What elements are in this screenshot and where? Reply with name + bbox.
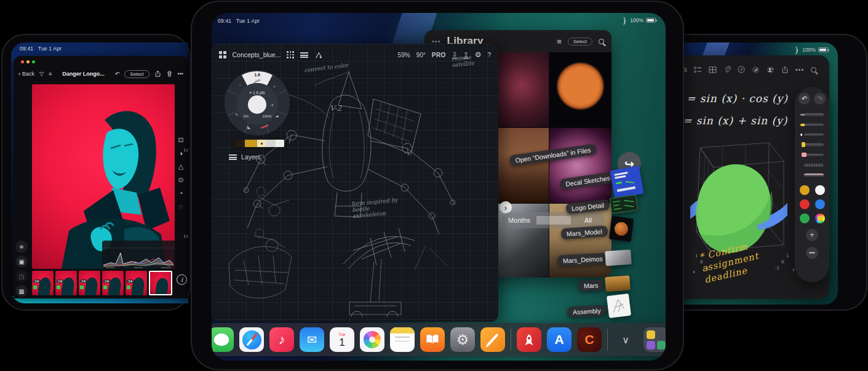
white-swatch[interactable]: [815, 185, 825, 195]
white-balance-tool-icon[interactable]: ⊙: [178, 176, 183, 184]
filmstrip-thumbnail-selected[interactable]: [149, 271, 172, 295]
blue-swatch[interactable]: [815, 199, 825, 209]
messages-app-icon[interactable]: [212, 327, 234, 352]
select-button[interactable]: Select: [124, 70, 149, 78]
library-zoom-segment[interactable]: Months All: [502, 212, 605, 228]
share-icon[interactable]: [154, 70, 161, 78]
rocket-app-icon[interactable]: [517, 327, 541, 352]
table-icon[interactable]: [709, 66, 717, 73]
undo-button[interactable]: ↶: [798, 93, 810, 105]
color-tool-icon[interactable]: ◑: [179, 150, 183, 157]
photo-cell-mars-planet[interactable]: [549, 52, 611, 127]
undo-icon[interactable]: ↶: [115, 71, 120, 77]
repair-tool-icon[interactable]: ◌: [179, 202, 183, 210]
sort-icon[interactable]: ≡: [49, 71, 52, 77]
writing-app-icon[interactable]: [480, 327, 505, 352]
mail-app-icon[interactable]: ✉: [300, 327, 324, 352]
calendar-app-icon[interactable]: Tue 1: [330, 327, 354, 352]
selection-pen-icon[interactable]: [314, 51, 322, 59]
drag-label-mars[interactable]: Mars: [578, 279, 604, 291]
mars-deimos-thumbnail[interactable]: [605, 250, 632, 266]
filmstrip-thumbnail[interactable]: 3★: [102, 271, 124, 295]
palette-more-button[interactable]: •••: [806, 247, 818, 259]
layers-button[interactable]: Layers: [229, 153, 261, 161]
dock-chevron-button[interactable]: ∨: [613, 327, 638, 352]
window-controls[interactable]: [21, 60, 35, 63]
monoline-pen-tool[interactable]: [800, 132, 824, 138]
mars-landscape-thumbnail[interactable]: [605, 276, 631, 292]
swatch-cream[interactable]: [257, 140, 266, 147]
filmstrip-thumbnail[interactable]: 3★: [32, 271, 54, 295]
gallery-icon[interactable]: [219, 51, 226, 58]
close-window-dot[interactable]: [21, 60, 24, 63]
filters-tool-icon[interactable]: ◔: [179, 189, 183, 197]
collaborate-icon[interactable]: [766, 66, 774, 74]
segment-all[interactable]: All: [571, 217, 605, 224]
assembly-sketch-thumbnail[interactable]: [607, 293, 631, 318]
eraser-tool[interactable]: [800, 152, 824, 158]
search-icon[interactable]: [811, 67, 816, 73]
minimize-window-dot[interactable]: [26, 60, 30, 63]
add-tool-button[interactable]: +: [806, 229, 818, 241]
back-button[interactable]: ‹ Back: [18, 71, 34, 77]
swatch-gray[interactable]: [266, 140, 276, 147]
pen-tool[interactable]: [800, 111, 824, 118]
gold-swatch[interactable]: [800, 185, 810, 195]
export-icon[interactable]: ⇧: [463, 52, 468, 58]
marker-tool[interactable]: [800, 122, 824, 128]
redo-button[interactable]: ↷: [814, 93, 826, 105]
safari-app-icon[interactable]: [239, 327, 264, 352]
batch-edit-button[interactable]: ◳: [15, 270, 28, 282]
color-picker-swatch[interactable]: [815, 213, 825, 223]
filmstrip-thumbnail[interactable]: 3★: [79, 271, 100, 295]
trash-icon[interactable]: [166, 70, 173, 78]
library-select-button[interactable]: Select: [568, 38, 592, 46]
export-preset-button[interactable]: ▣: [15, 255, 28, 268]
mars-model-thumbnail[interactable]: [609, 216, 634, 242]
rotation-angle[interactable]: 90°: [416, 52, 426, 58]
filmstrip-thumbnail[interactable]: 3★: [55, 271, 77, 295]
red-swatch[interactable]: [800, 199, 810, 209]
brush-tool-icon[interactable]: △: [178, 162, 183, 170]
zoom-level[interactable]: 59%: [398, 52, 410, 58]
segment-months[interactable]: Months: [502, 217, 536, 224]
highlighter-tool[interactable]: [800, 142, 824, 148]
app-store-icon[interactable]: A: [547, 327, 571, 352]
scroll-chevron-button[interactable]: ›: [500, 201, 512, 213]
music-app-icon[interactable]: ♪: [269, 327, 294, 352]
import-icon[interactable]: ⇩: [452, 52, 457, 58]
recent-colors-bar[interactable]: [235, 140, 284, 147]
attachment-icon[interactable]: [723, 66, 731, 73]
crop-tool-icon[interactable]: ⊡: [178, 136, 183, 144]
more-icon[interactable]: •••: [178, 71, 183, 77]
green-swatch[interactable]: [800, 213, 810, 223]
library-search-icon[interactable]: [599, 39, 604, 44]
share-icon[interactable]: [781, 66, 789, 74]
filmstrip-thumbnail[interactable]: 3★: [125, 271, 147, 295]
more-icon[interactable]: •••: [795, 66, 805, 73]
color-app-icon[interactable]: C: [577, 327, 602, 352]
settings-gear-icon[interactable]: ⚙: [475, 50, 482, 59]
logo-sticker-thumbnail[interactable]: [609, 194, 638, 214]
swatch-dark[interactable]: [235, 140, 245, 147]
filter-icon[interactable]: ▽: [39, 71, 44, 77]
swatch-white[interactable]: [276, 140, 284, 147]
zoom-window-dot[interactable]: [32, 60, 35, 63]
app-library-icon[interactable]: [643, 327, 666, 352]
decal-sticker-thumbnail[interactable]: [610, 166, 643, 199]
photo-cell-pink-nebula[interactable]: [549, 128, 611, 203]
layers-panel-icon[interactable]: [300, 52, 308, 58]
lasso-tool[interactable]: [800, 162, 824, 168]
auto-enhance-button[interactable]: ✳: [15, 241, 28, 253]
ruler-tool[interactable]: [800, 172, 824, 178]
pen-tool-icon[interactable]: [752, 66, 760, 74]
settings-app-icon[interactable]: ⚙: [450, 327, 475, 352]
photos-app-icon[interactable]: [360, 327, 384, 352]
concepts-document-title[interactable]: Concepts_blue...: [233, 51, 281, 58]
notes-app-icon[interactable]: [390, 327, 415, 352]
drag-label-assembly[interactable]: Assembly: [567, 305, 607, 317]
view-options-icon[interactable]: ≡: [557, 37, 562, 46]
swatch-gold[interactable]: [245, 140, 257, 147]
pro-badge[interactable]: PRO: [432, 52, 446, 58]
info-button[interactable]: i: [177, 274, 187, 285]
